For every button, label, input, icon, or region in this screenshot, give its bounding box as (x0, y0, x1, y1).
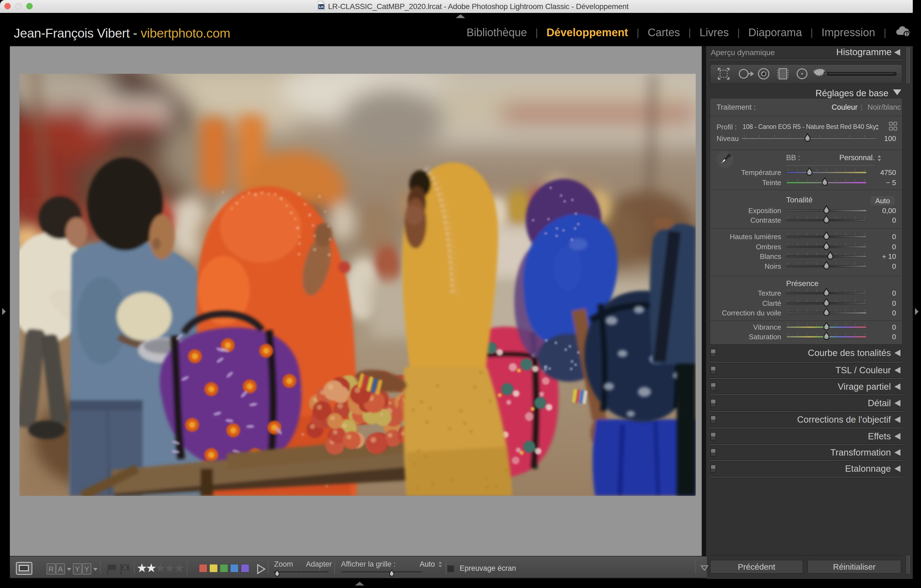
svg-text:Lrc: Lrc (319, 5, 324, 9)
